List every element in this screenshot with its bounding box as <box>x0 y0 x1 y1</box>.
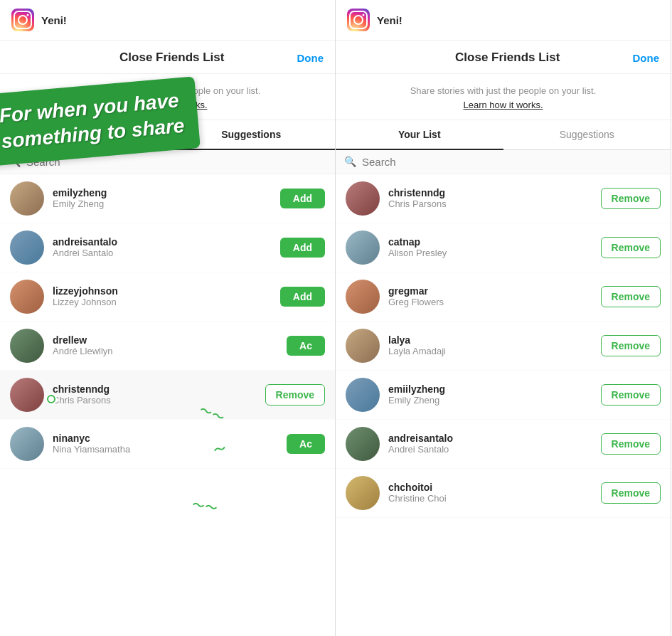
realname: Chris Parsons <box>388 198 601 209</box>
left-search-bar: 🔍 <box>0 150 335 174</box>
avatar <box>346 329 380 363</box>
right-subtitle-text: Share stories with just the people on yo… <box>410 85 597 96</box>
realname: Christine Choi <box>388 493 601 504</box>
list-item: chchoitoi Christine Choi Remove <box>336 469 671 518</box>
realname: Emily Zheng <box>53 198 280 209</box>
left-done-button[interactable]: Done <box>297 52 324 64</box>
instagram-logo <box>347 9 370 31</box>
right-search-bar: 🔍 <box>336 150 671 174</box>
right-done-button[interactable]: Done <box>633 52 660 64</box>
user-info: lizzeyjohnson Lizzey Johnson <box>53 285 280 307</box>
avatar <box>346 280 380 314</box>
left-search-icon: 🔍 <box>9 156 21 167</box>
list-item: lizzeyjohnson Lizzey Johnson Add <box>0 272 335 322</box>
remove-button[interactable]: Remove <box>601 384 661 406</box>
add-button[interactable]: Ac <box>287 336 325 356</box>
avatar-wrap <box>10 329 53 363</box>
left-tab-suggestions[interactable]: Suggestions <box>168 120 336 150</box>
left-search-input[interactable] <box>26 156 326 168</box>
add-button[interactable]: Add <box>280 287 325 307</box>
svg-point-7 <box>363 14 365 16</box>
user-info: catnap Alison Presley <box>388 236 601 258</box>
list-item: drellew André Llewllyn Ac <box>0 322 335 371</box>
remove-button[interactable]: Remove <box>601 482 661 504</box>
username: catnap <box>388 236 601 248</box>
remove-button[interactable]: Remove <box>601 335 661 356</box>
left-header: Yeni! <box>0 0 335 41</box>
realname: Emily Zheng <box>388 395 601 406</box>
left-user-list: emilyzheng Emily Zheng Add andreisantalo… <box>0 174 335 637</box>
left-learn-link[interactable]: Learn how it works. <box>128 100 208 110</box>
user-info: andreisantalo Andrei Santalo <box>388 433 601 455</box>
username: emiilyzheng <box>388 383 601 395</box>
avatar <box>10 181 44 216</box>
list-item: emiilyzheng Emily Zheng Remove <box>336 371 671 420</box>
remove-button[interactable]: Remove <box>601 237 661 258</box>
close-friends-badge <box>46 393 57 405</box>
avatar <box>10 427 44 461</box>
avatar <box>346 378 380 412</box>
username: chchoitoi <box>388 482 601 493</box>
user-info: ninanyc Nina Yiamsamatha <box>53 433 287 455</box>
left-subtitle-text: Share stories with just the people on yo… <box>75 85 261 96</box>
remove-button[interactable]: Remove <box>601 433 661 455</box>
right-tab-your-list[interactable]: Your List <box>336 120 503 150</box>
right-learn-link[interactable]: Learn how it works. <box>464 100 543 110</box>
list-item: ninanyc Nina Yiamsamatha Ac <box>0 420 335 469</box>
avatar-wrap <box>10 230 53 265</box>
right-tab-suggestions[interactable]: Suggestions <box>503 120 671 150</box>
user-info: chchoitoi Christine Choi <box>388 482 601 504</box>
add-button[interactable]: Add <box>280 189 325 208</box>
realname: André Llewllyn <box>53 346 287 356</box>
avatar-wrap <box>10 378 53 412</box>
avatar-wrap <box>10 280 53 314</box>
list-item: christenndg Chris Parsons Remove <box>336 174 671 223</box>
realname: Layla Amadaji <box>388 346 601 356</box>
svg-point-4 <box>48 396 54 402</box>
realname: Lizzey Johnson <box>53 297 280 307</box>
username: andreisantalo <box>388 433 601 444</box>
right-search-input[interactable] <box>362 156 662 168</box>
avatar <box>10 378 44 412</box>
right-search-icon: 🔍 <box>344 156 356 167</box>
right-title-row: Close Friends List Done <box>336 41 671 74</box>
left-panel: Yeni! Close Friends List Done Share stor… <box>0 0 336 636</box>
list-item: christenndg Chris Parsons Remove <box>0 371 335 420</box>
user-info: christenndg Chris Parsons <box>388 187 601 209</box>
list-item: andreisantalo Andrei Santalo Add <box>0 223 335 272</box>
left-title: Close Friends List <box>47 51 297 65</box>
realname: Nina Yiamsamatha <box>53 444 287 455</box>
svg-point-2 <box>27 14 29 16</box>
list-item: emilyzheng Emily Zheng Add <box>0 174 335 223</box>
left-tab-your-list[interactable]: Your List <box>0 120 168 150</box>
left-tabs: Your List Suggestions <box>0 120 335 150</box>
avatar-wrap <box>10 427 53 461</box>
right-header: Yeni! <box>336 0 671 41</box>
left-subtitle: Share stories with just the people on yo… <box>0 74 335 120</box>
right-tabs: Your List Suggestions <box>336 120 671 150</box>
username: christenndg <box>388 187 601 198</box>
add-button[interactable]: Add <box>280 238 325 258</box>
avatar <box>10 329 44 363</box>
remove-button[interactable]: Remove <box>601 188 661 209</box>
avatar <box>346 230 380 265</box>
username: lizzeyjohnson <box>53 285 280 297</box>
realname: Alison Presley <box>388 248 601 258</box>
add-button[interactable]: Ac <box>287 434 325 454</box>
list-item: andreisantalo Andrei Santalo Remove <box>336 420 671 469</box>
username: lalya <box>388 334 601 346</box>
username: andreisantalo <box>53 236 280 248</box>
username: christenndg <box>53 383 265 395</box>
user-info: andreisantalo Andrei Santalo <box>53 236 280 258</box>
remove-button[interactable]: Remove <box>265 384 325 406</box>
realname: Andrei Santalo <box>53 248 280 258</box>
list-item: catnap Alison Presley Remove <box>336 223 671 272</box>
remove-button[interactable]: Remove <box>601 286 661 307</box>
realname: Greg Flowers <box>388 297 601 307</box>
realname: Chris Parsons <box>53 395 265 406</box>
username: gregmar <box>388 285 601 297</box>
avatar <box>10 230 44 265</box>
right-panel: Yeni! Close Friends List Done Share stor… <box>336 0 671 636</box>
user-info: drellew André Llewllyn <box>53 334 287 356</box>
right-header-username: Yeni! <box>377 14 659 26</box>
